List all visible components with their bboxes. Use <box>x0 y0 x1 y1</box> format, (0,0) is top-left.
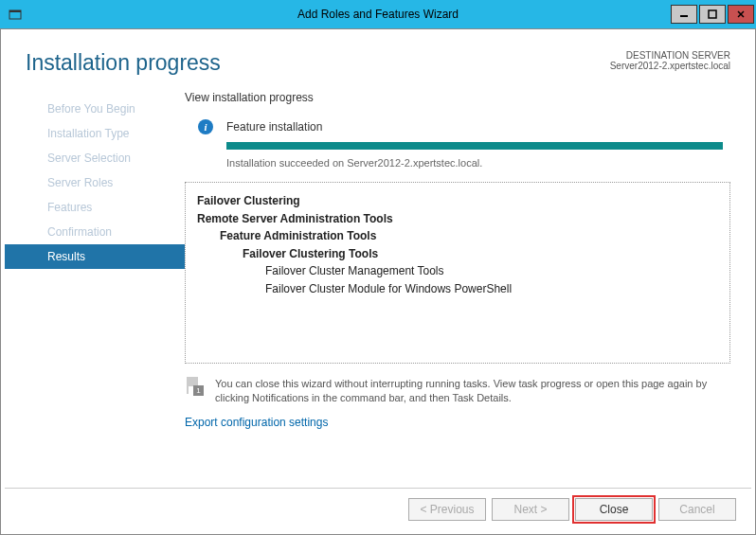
wizard-frame: Installation progress DESTINATION SERVER… <box>0 28 756 535</box>
close-button[interactable]: Close <box>575 498 653 521</box>
feature-item: Failover Clustering Tools <box>243 245 718 263</box>
header: Installation progress DESTINATION SERVER… <box>5 33 751 83</box>
sub-heading: View installation progress <box>185 91 730 104</box>
installed-features-box: Failover Clustering Remote Server Admini… <box>185 182 730 364</box>
note-row: 1 You can close this wizard without inte… <box>185 377 730 406</box>
status-row: i Feature installation <box>198 119 730 134</box>
app-icon <box>8 7 23 22</box>
destination-info: DESTINATION SERVER Server2012-2.xpertste… <box>610 50 730 71</box>
svg-rect-1 <box>9 10 21 12</box>
feature-item: Failover Clustering <box>197 192 718 210</box>
sidebar-item-results[interactable]: Results <box>5 244 185 269</box>
progress-bar <box>226 142 723 150</box>
note-text: You can close this wizard without interr… <box>215 377 730 406</box>
sidebar-item-features: Features <box>5 195 185 220</box>
minimize-button[interactable] <box>671 5 697 24</box>
cancel-button: Cancel <box>658 498 736 521</box>
status-text: Feature installation <box>226 120 322 134</box>
window-controls <box>671 5 756 24</box>
feature-item: Failover Cluster Management Tools <box>265 262 718 280</box>
destination-label: DESTINATION SERVER <box>610 50 730 61</box>
result-message: Installation succeeded on Server2012-2.x… <box>226 157 730 169</box>
close-window-button[interactable] <box>728 5 754 24</box>
destination-server: Server2012-2.xpertstec.local <box>610 61 730 71</box>
page-title: Installation progress <box>26 50 221 76</box>
footer: < Previous Next > Close Cancel <box>5 488 751 530</box>
titlebar: Add Roles and Features Wizard <box>0 0 756 28</box>
wizard-steps-sidebar: Before You Begin Installation Type Serve… <box>5 83 185 488</box>
feature-item: Feature Administration Tools <box>220 227 718 245</box>
svg-rect-3 <box>709 10 716 18</box>
sidebar-item-before-you-begin: Before You Begin <box>5 97 185 121</box>
main-panel: View installation progress i Feature ins… <box>185 83 730 488</box>
sidebar-item-installation-type: Installation Type <box>5 121 185 146</box>
feature-item: Remote Server Administration Tools <box>197 210 718 228</box>
info-icon: i <box>198 119 213 134</box>
sidebar-item-server-roles: Server Roles <box>5 170 185 195</box>
window-title: Add Roles and Features Wizard <box>297 8 459 21</box>
next-button: Next > <box>492 498 569 521</box>
sidebar-item-server-selection: Server Selection <box>5 146 185 170</box>
flag-icon: 1 <box>185 377 206 398</box>
maximize-button[interactable] <box>699 5 726 24</box>
notification-count-badge: 1 <box>193 385 204 396</box>
sidebar-item-confirmation: Confirmation <box>5 220 185 244</box>
feature-item: Failover Cluster Module for Windows Powe… <box>265 280 718 298</box>
export-configuration-link[interactable]: Export configuration settings <box>185 416 328 429</box>
previous-button: < Previous <box>408 498 486 521</box>
